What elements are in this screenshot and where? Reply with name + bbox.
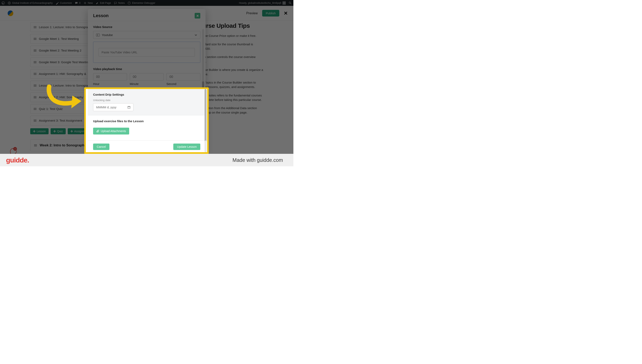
drag-handle-icon[interactable]	[34, 84, 37, 86]
guidde-credit: Made with guidde.com	[232, 157, 283, 163]
preview-button[interactable]: Preview	[246, 12, 258, 15]
second-input[interactable]	[166, 73, 200, 81]
search-icon[interactable]	[288, 2, 292, 5]
chevron-down-icon	[194, 34, 197, 36]
date-placeholder: MMMM d, yyyy	[96, 106, 117, 109]
drag-handle-icon[interactable]	[34, 61, 37, 63]
wp-edit-page[interactable]: Edit Page	[96, 2, 111, 5]
list-item-label: Google Meet 1: Test Meeting	[39, 37, 79, 41]
list-item-label: Google Meet 3: Google Test Meeting	[39, 60, 90, 64]
list-item-label: Assignment 1: HW: Sonography &	[39, 72, 86, 76]
wp-comments-count: 0	[79, 2, 81, 4]
svg-rect-5	[128, 106, 130, 108]
svg-point-3	[289, 2, 290, 4]
wp-site-label: Global Institute of Echocardiography	[12, 2, 53, 4]
list-item-label: Quiz 1: Test Quiz	[39, 107, 63, 111]
hour-input[interactable]	[93, 73, 127, 81]
drag-handle-icon[interactable]	[34, 50, 37, 52]
drag-handle-icon[interactable]	[34, 120, 37, 122]
drag-handle-icon[interactable]	[34, 73, 37, 75]
highlight-crisp-zone: Content Drip Settings Unlocking date MMM…	[86, 89, 207, 152]
close-icon	[196, 14, 199, 17]
upload-section: Upload exercise files to the Lesson Uplo…	[93, 115, 200, 139]
wp-notes-label: Notes	[118, 2, 125, 4]
unlock-date-label: Unlocking date	[93, 99, 200, 102]
wp-customize[interactable]: Customize	[56, 2, 72, 5]
list-item-label: Assignment 3: Test Assignment	[39, 119, 82, 122]
wp-new-label: New	[88, 2, 93, 4]
add-quiz-button[interactable]: Quiz	[51, 128, 66, 134]
modal-scrollbar[interactable]	[204, 140, 207, 152]
list-item-label: Assignment 2: HW: Sonography &	[39, 96, 86, 99]
update-lesson-button[interactable]: Update Lesson	[173, 144, 200, 150]
drag-handle-icon[interactable]	[34, 108, 37, 110]
drag-handle-icon[interactable]	[34, 144, 37, 146]
list-item-label: Google Meet 2: Test Meeting 2	[39, 49, 81, 52]
wp-debugger-label: Elementor Debugger	[132, 2, 155, 4]
upload-attachments-button[interactable]: Upload Attachments	[93, 128, 129, 134]
modal-footer: Cancel Update Lesson	[88, 140, 206, 152]
chip-label: Lesson	[37, 130, 46, 133]
cancel-button[interactable]: Cancel	[93, 144, 109, 150]
video-source-label: Video Source	[93, 25, 200, 28]
chip-label: Quiz	[57, 130, 63, 133]
avatar	[282, 2, 286, 5]
upload-btn-label: Upload Attachments	[101, 130, 126, 133]
wp-howdy[interactable]: Howdy, globalinstituteofecho_8m6pq6	[239, 2, 286, 5]
hour-label: Hour	[93, 82, 127, 86]
wp-logo[interactable]	[2, 2, 5, 5]
drag-handle-icon[interactable]	[34, 26, 37, 28]
second-label: Second	[166, 82, 200, 86]
drag-handle-icon[interactable]	[34, 38, 37, 40]
video-url-dropzone[interactable]	[93, 42, 200, 63]
select-value: Youtube	[102, 33, 113, 37]
close-editor-icon[interactable]: ✕	[284, 10, 288, 16]
drip-title: Content Drip Settings	[93, 93, 200, 96]
unlock-date-input[interactable]: MMMM d, yyyy	[93, 103, 133, 111]
modal-header: Lesson	[88, 9, 206, 21]
modal-close-button[interactable]	[195, 13, 200, 18]
guidde-logo: guidde.	[6, 156, 29, 164]
wp-comments[interactable]: 0	[75, 2, 81, 5]
add-lesson-button[interactable]: Lesson	[30, 128, 49, 134]
video-url-input[interactable]	[99, 48, 195, 56]
site-logo[interactable]	[8, 10, 13, 16]
list-item-label: Lesson 1: Lecture: Intro to Sonography	[39, 25, 93, 29]
wp-notes[interactable]: Notes	[114, 2, 125, 5]
wp-customize-label: Customize	[60, 2, 72, 4]
wp-elementor-debugger[interactable]: Elementor Debugger	[128, 2, 155, 5]
list-item-label: Lesson 2: Lecture: Intro to Sonography	[39, 84, 93, 88]
upload-title: Upload exercise files to the Lesson	[93, 120, 200, 123]
playback-time-row: Hour Minute Second	[93, 73, 200, 86]
youtube-icon	[96, 34, 100, 36]
playback-label: Video playback time	[93, 67, 200, 71]
minute-label: Minute	[130, 82, 164, 86]
wp-howdy-label: Howdy, globalinstituteofecho_8m6pq6	[239, 2, 281, 4]
video-source-select[interactable]: Youtube	[93, 31, 200, 39]
modal-title: Lesson	[93, 13, 109, 18]
wp-edit-label: Edit Page	[100, 2, 111, 4]
publish-button[interactable]: Publish	[262, 10, 279, 16]
wp-site-name[interactable]: Global Institute of Echocardiography	[8, 2, 53, 5]
guidde-bar: guidde. Made with guidde.com	[0, 154, 293, 166]
paperclip-icon	[96, 130, 99, 132]
drag-handle-icon[interactable]	[34, 96, 37, 98]
calendar-icon	[128, 106, 130, 109]
wp-new[interactable]: New	[83, 2, 93, 5]
minute-input[interactable]	[130, 73, 164, 81]
drip-section: Content Drip Settings Unlocking date MMM…	[88, 89, 206, 115]
notif-count: 10	[13, 147, 17, 150]
wp-admin-bar: Global Institute of Echocardiography Cus…	[0, 0, 293, 6]
